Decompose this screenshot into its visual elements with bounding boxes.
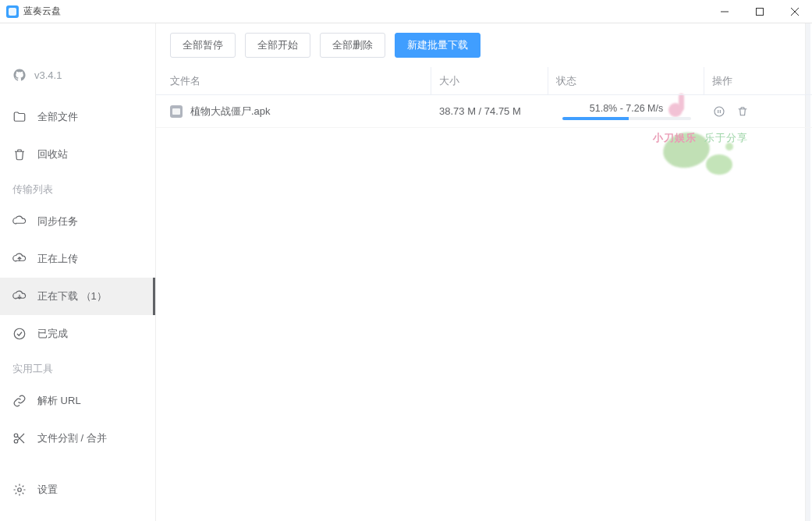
cloud-sync-icon — [12, 214, 27, 229]
window-minimize-button[interactable] — [707, 0, 742, 23]
progress-bar — [562, 117, 691, 120]
link-icon — [12, 394, 27, 408]
delete-button[interactable] — [736, 105, 750, 119]
sidebar-section-tools: 实用工具 — [0, 353, 155, 382]
table-row[interactable]: 植物大战僵尸.apk 38.73 M / 74.75 M 51.8% - 7.2… — [156, 95, 812, 128]
download-status-text: 51.8% - 7.26 M/s — [590, 103, 664, 114]
sidebar-item-uploading[interactable]: 正在上传 — [0, 240, 155, 278]
sidebar-version: v3.4.1 — [0, 69, 155, 81]
table-header: 文件名 大小 状态 操作 — [156, 67, 812, 95]
start-all-button[interactable]: 全部开始 — [245, 33, 310, 58]
sidebar-item-parse-url[interactable]: 解析 URL — [0, 382, 155, 420]
sidebar-item-label: 文件分割 / 合并 — [37, 431, 107, 445]
check-circle-icon — [12, 327, 27, 341]
sidebar-item-label: 设置 — [37, 483, 58, 497]
cloud-download-icon — [12, 289, 27, 303]
sidebar: v3.4.1 全部文件 回收站 传输列表 同步任务 正在上传 正在下载 （1） … — [0, 23, 156, 521]
svg-point-1 — [14, 328, 25, 339]
sidebar-item-label: 同步任务 — [37, 214, 78, 229]
version-text: v3.4.1 — [34, 69, 62, 81]
scissors-icon — [12, 431, 27, 445]
main-panel: 小刀娱乐 乐于分享 全部暂停 全部开始 全部删除 新建批量下载 文件名 大小 状… — [156, 23, 812, 521]
sidebar-item-settings[interactable]: 设置 — [0, 471, 155, 509]
col-header-name: 文件名 — [170, 67, 431, 94]
sidebar-item-split-merge[interactable]: 文件分割 / 合并 — [0, 420, 155, 457]
github-icon — [12, 68, 27, 82]
pause-all-button[interactable]: 全部暂停 — [170, 33, 236, 58]
delete-all-button[interactable]: 全部删除 — [320, 33, 385, 58]
sidebar-item-label: 回收站 — [37, 147, 68, 161]
sidebar-item-downloading[interactable]: 正在下载 （1） — [0, 278, 155, 315]
sidebar-item-label: 正在下载 （1） — [37, 289, 107, 303]
cloud-upload-icon — [12, 252, 27, 266]
col-header-size: 大小 — [431, 67, 548, 94]
titlebar: 蓝奏云盘 — [0, 0, 812, 23]
svg-rect-0 — [756, 8, 763, 15]
sidebar-item-label: 解析 URL — [37, 394, 81, 408]
sidebar-item-label: 正在上传 — [37, 252, 78, 266]
watermark-text-a: 小刀娱乐 — [653, 132, 697, 144]
svg-point-5 — [714, 107, 724, 116]
folder-icon — [12, 110, 27, 124]
file-icon — [170, 105, 183, 118]
app-icon — [6, 5, 19, 18]
window-close-button[interactable] — [777, 0, 812, 23]
col-header-status: 状态 — [548, 67, 704, 94]
pause-button[interactable] — [712, 105, 726, 119]
gear-icon — [12, 483, 27, 497]
file-name: 植物大战僵尸.apk — [190, 105, 271, 119]
new-batch-download-button[interactable]: 新建批量下载 — [395, 33, 480, 58]
sidebar-item-completed[interactable]: 已完成 — [0, 315, 155, 353]
sidebar-item-sync-tasks[interactable]: 同步任务 — [0, 203, 155, 240]
sidebar-item-all-files[interactable]: 全部文件 — [0, 98, 155, 136]
file-size: 38.73 M / 74.75 M — [431, 95, 548, 127]
toolbar: 全部暂停 全部开始 全部删除 新建批量下载 — [156, 23, 812, 67]
downloads-table: 文件名 大小 状态 操作 植物大战僵尸.apk 38.73 M / 74.75 … — [156, 67, 812, 128]
sidebar-section-transfer: 传输列表 — [0, 173, 155, 203]
window-maximize-button[interactable] — [742, 0, 777, 23]
sidebar-item-label: 全部文件 — [37, 110, 78, 124]
progress-fill — [562, 117, 629, 120]
trash-icon — [12, 147, 27, 161]
watermark-text-b: 乐于分享 — [704, 132, 748, 144]
window-controls — [707, 0, 812, 23]
app-title: 蓝奏云盘 — [23, 5, 61, 18]
col-header-actions: 操作 — [704, 67, 798, 94]
svg-point-4 — [18, 488, 22, 492]
sidebar-item-label: 已完成 — [37, 327, 68, 341]
sidebar-item-recycle-bin[interactable]: 回收站 — [0, 136, 155, 173]
